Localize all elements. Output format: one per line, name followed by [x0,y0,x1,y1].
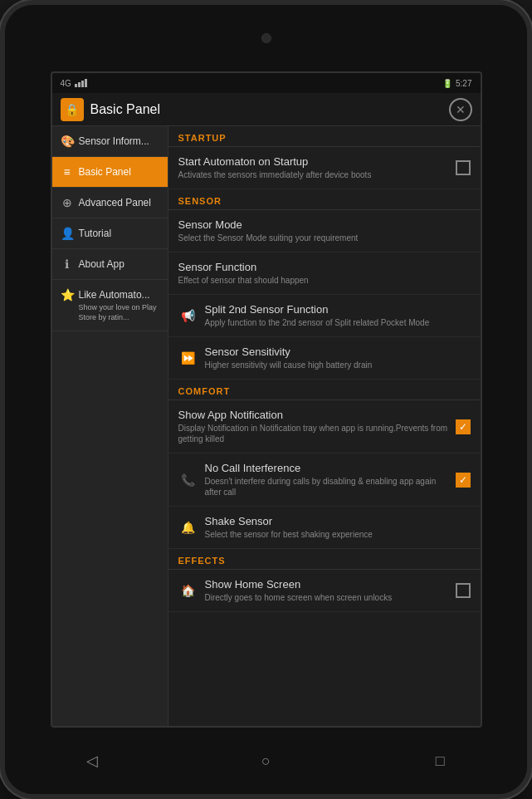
setting-desc-shake-sensor: Select the sensor for best shaking exper… [205,529,471,540]
sidebar-item-about-app[interactable]: ℹ About App [52,249,168,280]
app-bar-icon: 🔒 [61,98,84,121]
setting-title-sensor-function: Sensor Function [178,261,471,273]
close-button[interactable]: ✕ [449,98,472,121]
close-icon: ✕ [456,103,466,116]
home-nav-icon: ○ [261,752,271,770]
setting-sensor-function[interactable]: Sensor Function Effect of sensor that sh… [168,252,481,295]
sidebar-label-about-app: About App [79,258,124,270]
setting-desc-no-call-interference: Doesn't interfere during calls by disabl… [205,476,449,498]
setting-title-start-automaton: Start Automaton on Startup [178,155,449,168]
back-button[interactable]: ◁ [80,748,105,773]
signal-label: 4G [61,79,71,88]
info-icon: ℹ [61,257,74,271]
section-header-sensor: SENSOR [168,189,481,210]
camera [261,33,271,43]
setting-title-shake-sensor: Shake Sensor [205,515,471,527]
plus-circle-icon: ⊕ [61,196,74,209]
recent-button[interactable]: □ [427,748,452,773]
setting-desc-sensor-sensitivity: Higher sensitivity will cause high batte… [205,360,471,370]
menu-icon: ≡ [61,165,74,179]
lock-icon: 🔒 [65,103,79,116]
setting-desc-sensor-function: Effect of sensor that should happen [178,275,471,286]
section-header-effects: EFFECTS [168,549,481,570]
speaker-icon: 📢 [178,309,198,322]
sidebar-label-like-automato: Like Automato... [79,289,150,301]
device-top [5,5,527,71]
setting-title-show-home-screen: Show Home Screen [205,578,449,591]
setting-title-sensor-sensitivity: Sensor Sensitivity [205,346,471,358]
sidebar: 🎨 Sensor Inform... ≡ Basic Panel ⊕ Advan… [52,126,168,726]
setting-desc-split-2nd: Apply function to the 2nd sensor of Spli… [205,317,471,328]
app-bar: 🔒 Basic Panel ✕ [52,93,481,126]
sidebar-label-advanced-panel: Advanced Panel [79,197,151,208]
sidebar-sub-like-automato: Show your love on Play Store by ratin... [61,303,159,322]
app-bar-title: Basic Panel [90,102,442,117]
sidebar-label-basic-panel: Basic Panel [79,166,131,178]
setting-start-automaton[interactable]: Start Automaton on Startup Activates the… [168,147,481,189]
checkbox-show-app-notification[interactable]: ✓ [456,419,471,434]
status-left: 4G [61,79,87,88]
signal-bars [75,79,87,87]
setting-no-call-interference[interactable]: 📞 No Call Interference Doesn't interfere… [168,453,481,507]
status-bar: 4G 🔋 5:27 [52,73,481,93]
sidebar-item-like-automato[interactable]: ⭐ Like Automato... Show your love on Pla… [52,280,168,331]
setting-split-2nd-sensor[interactable]: 📢 Split 2nd Sensor Function Apply functi… [168,295,481,337]
setting-title-no-call-interference: No Call Interference [205,462,449,474]
setting-desc-show-app-notification: Display Notification in Notification tra… [178,423,449,444]
fast-forward-icon: ⏩ [178,351,198,365]
setting-sensor-mode[interactable]: Sensor Mode Select the Sensor Mode suiti… [168,210,481,252]
setting-title-show-app-notification: Show App Notification [178,409,449,421]
setting-show-app-notification[interactable]: Show App Notification Display Notificati… [168,400,481,453]
setting-desc-start-automaton: Activates the sensors immediately after … [178,169,449,180]
section-header-startup: STARTUP [168,126,481,147]
sidebar-label-tutorial: Tutorial [79,228,112,239]
phone-icon: 📞 [178,473,198,487]
setting-shake-sensor[interactable]: 🔔 Shake Sensor Select the sensor for bes… [168,507,481,549]
main-settings: STARTUP Start Automaton on Startup Activ… [168,126,481,726]
setting-desc-show-home-screen: Directly goes to home screen when screen… [205,592,449,603]
checkbox-start-automaton[interactable] [456,160,471,175]
checkbox-no-call-interference[interactable]: ✓ [456,473,471,488]
setting-title-sensor-mode: Sensor Mode [178,218,471,231]
setting-show-home-screen[interactable]: 🏠 Show Home Screen Directly goes to home… [168,570,481,612]
content-area: 🎨 Sensor Inform... ≡ Basic Panel ⊕ Advan… [52,126,481,726]
battery-icon: 🔋 [442,79,452,88]
checkbox-show-home-screen[interactable] [456,583,471,598]
time-display: 5:27 [456,79,471,88]
back-icon: ◁ [86,752,98,770]
setting-title-split-2nd: Split 2nd Sensor Function [205,303,471,316]
home-icon: 🏠 [178,584,198,597]
star-icon: ⭐ [61,288,74,301]
setting-sensor-sensitivity[interactable]: ⏩ Sensor Sensitivity Higher sensitivity … [168,337,481,380]
home-button[interactable]: ○ [253,748,278,773]
bell-icon: 🔔 [178,521,198,534]
palette-icon: 🎨 [61,135,74,148]
device-bottom: ◁ ○ □ [5,728,527,794]
setting-desc-sensor-mode: Select the Sensor Mode suiting your requ… [178,233,471,243]
status-right: 🔋 5:27 [442,79,471,88]
sidebar-item-tutorial[interactable]: 👤 Tutorial [52,218,168,249]
section-header-comfort: COMFORT [168,380,481,400]
recent-icon: □ [436,752,445,770]
sidebar-item-basic-panel[interactable]: ≡ Basic Panel [52,157,168,188]
sidebar-item-advanced-panel[interactable]: ⊕ Advanced Panel [52,188,168,218]
screen-area: 4G 🔋 5:27 🔒 Basic Panel ✕ [51,71,482,728]
sidebar-item-sensor-inform[interactable]: 🎨 Sensor Inform... [52,126,168,157]
device: 4G 🔋 5:27 🔒 Basic Panel ✕ [0,0,532,799]
sidebar-label-sensor-inform: Sensor Inform... [79,135,149,147]
person-icon: 👤 [61,227,74,240]
